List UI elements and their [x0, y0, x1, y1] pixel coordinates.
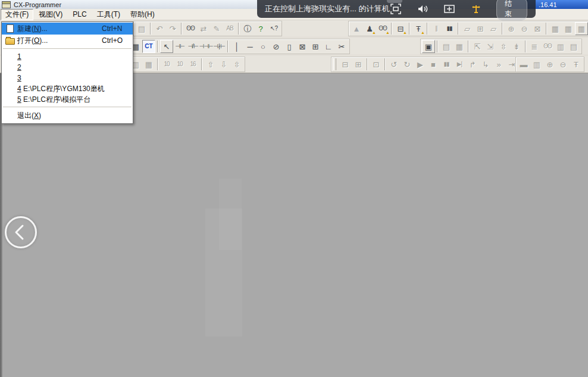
section-delete-icon[interactable]: ⇲: [484, 40, 497, 53]
delete-line-icon[interactable]: ✂: [335, 40, 348, 53]
plc-clock-icon[interactable]: ⊖: [556, 58, 570, 71]
section-insert-icon[interactable]: ⇱: [471, 40, 484, 53]
menu-tools[interactable]: 工具(T): [92, 9, 125, 20]
instruction-icon[interactable]: ▯: [283, 40, 296, 53]
menu-help[interactable]: 帮助(H): [126, 9, 159, 20]
monitor-signed-icon[interactable]: 10: [173, 58, 186, 71]
vertical-line-icon[interactable]: │: [230, 40, 243, 53]
undo-icon[interactable]: ↶: [153, 22, 166, 35]
monitor-cursor-icon[interactable]: ⊠: [531, 22, 544, 35]
monitor-online-icon[interactable]: ʘʘ▲: [376, 22, 389, 35]
contact-no-icon[interactable]: ⊣⊢: [173, 40, 186, 53]
context-help-icon[interactable]: ↖?: [267, 22, 280, 35]
toolbar-separator: [391, 23, 392, 35]
find-icon[interactable]: ʘʘ: [184, 22, 197, 35]
pause-icon[interactable]: ▮▮: [443, 22, 456, 35]
simulator-run-icon[interactable]: Ŧ▲: [412, 22, 425, 35]
menu-view[interactable]: 视图(V): [34, 9, 67, 20]
contact-or-nc-icon[interactable]: ⊣∤⊢: [212, 40, 226, 53]
about-icon[interactable]: ⓘ: [241, 22, 254, 35]
transfer-to-plc-icon[interactable]: ⊟: [339, 58, 352, 71]
redo-icon[interactable]: ↷: [166, 22, 179, 35]
control-permission-icon[interactable]: [470, 2, 483, 15]
program-edit-icon[interactable]: ▱: [487, 22, 500, 35]
instruction-diff-icon[interactable]: ⊞: [309, 40, 322, 53]
mode-monitor-icon[interactable]: ↻: [401, 58, 414, 71]
compare-with-plc-icon[interactable]: ⊡: [370, 58, 383, 71]
select-tool-icon[interactable]: ↖: [160, 40, 173, 53]
address-book-icon[interactable]: ▥: [554, 40, 567, 53]
section-move-icon[interactable]: ⇟: [510, 40, 523, 53]
step-over-icon[interactable]: ↳: [479, 58, 492, 71]
rack-selected-icon[interactable]: ▦: [575, 22, 588, 35]
transfer-from-plc-icon[interactable]: ⊞: [352, 58, 365, 71]
io-table-icon[interactable]: ▦: [549, 22, 562, 35]
end-session-button[interactable]: 结束: [496, 0, 527, 21]
change-address-icon[interactable]: ✎: [210, 22, 223, 35]
menu-item-recent-2[interactable]: 2: [2, 62, 133, 73]
fullscreen-icon[interactable]: [389, 2, 402, 15]
work-online-icon[interactable]: ▲: [350, 22, 363, 35]
pause-debug-icon[interactable]: ▮▮: [440, 58, 453, 71]
back-chevron-icon: [7, 218, 35, 247]
monitor-hex-icon[interactable]: 16: [186, 58, 199, 71]
force-on-icon[interactable]: ⇧: [204, 58, 217, 71]
menu-file[interactable]: 文件(F): [1, 9, 33, 20]
transfer-program-icon[interactable]: ▣: [422, 40, 435, 53]
plc-network-icon[interactable]: Ŧ: [570, 58, 583, 71]
back-button[interactable]: [5, 216, 37, 248]
monitor-decimal-icon[interactable]: 10: [160, 58, 173, 71]
run-icon[interactable]: ▶: [414, 58, 427, 71]
menu-item-recent-3[interactable]: 3: [2, 73, 133, 83]
section-stack-icon[interactable]: ▤: [440, 40, 453, 53]
online-edit-icon[interactable]: ⊟▲: [394, 22, 407, 35]
menu-item-recent-4[interactable]: 4 E:\PLC程序\YGM130磨机: [2, 83, 133, 94]
screen-settings-icon[interactable]: [443, 2, 456, 15]
cross-reference-icon[interactable]: ▤: [567, 40, 580, 53]
menu-item-exit[interactable]: 退出(X): [2, 110, 133, 121]
speaker-icon[interactable]: [416, 2, 429, 15]
contact-nc-icon[interactable]: ⊣/⊢: [186, 40, 199, 53]
ladder-view-icon[interactable]: CT: [142, 40, 155, 53]
toolbar-drag-handle[interactable]: [333, 58, 336, 70]
line-angle-icon[interactable]: ∟: [322, 40, 335, 53]
new-document-icon: [3, 24, 17, 33]
force-cancel-icon[interactable]: ⇳: [230, 58, 243, 71]
force-off-icon[interactable]: ⇩: [217, 58, 230, 71]
symbol-list-icon[interactable]: ≣: [528, 40, 541, 53]
grid-view-icon[interactable]: ▦: [142, 58, 155, 71]
banner-collapse-handle[interactable]: [387, 0, 402, 3]
help-icon[interactable]: ?: [254, 22, 267, 35]
coil-nc-icon[interactable]: ⊘: [270, 40, 283, 53]
coil-icon[interactable]: ○: [257, 40, 270, 53]
section-calendar-icon[interactable]: ▦: [453, 40, 466, 53]
find-replace-icon[interactable]: ⇄: [197, 22, 210, 35]
plc-memory-icon[interactable]: ▬: [517, 58, 530, 71]
work-online-simulator-icon[interactable]: ♟▲: [363, 22, 376, 35]
step-in-icon[interactable]: ↱: [466, 58, 479, 71]
continuous-step-icon[interactable]: »: [492, 58, 505, 71]
plc-io-icon[interactable]: ▥: [530, 58, 543, 71]
menu-plc[interactable]: PLC: [68, 10, 91, 19]
compile-program-icon[interactable]: ▱: [461, 22, 474, 35]
menu-item-recent-1[interactable]: 1: [2, 51, 133, 62]
program-check-icon[interactable]: ⊞: [474, 22, 487, 35]
instruction-nc-icon[interactable]: ⊠: [296, 40, 309, 53]
stop-icon[interactable]: ■: [427, 58, 440, 71]
menu-item-open[interactable]: 打开(O)... Ctrl+O: [2, 35, 133, 46]
monitor-data-icon[interactable]: ⊕: [505, 22, 518, 35]
contact-or-no-icon[interactable]: ⊣⊣⊢: [199, 40, 212, 53]
rack-view-icon[interactable]: ▦: [562, 22, 575, 35]
menu-item-new[interactable]: 新建(N)... Ctrl+N: [2, 23, 133, 35]
watch-window-icon[interactable]: ʘʘ: [541, 40, 554, 53]
horizontal-line-icon[interactable]: ─: [243, 40, 257, 53]
pause-monitor-icon[interactable]: ∥: [430, 22, 443, 35]
mode-program-icon[interactable]: ↺: [387, 58, 401, 71]
step-run-icon[interactable]: ▶|: [453, 58, 466, 71]
find-address-icon[interactable]: AB: [223, 22, 236, 35]
print-icon[interactable]: ▤: [135, 22, 148, 35]
monitor-time-icon[interactable]: ⊖: [518, 22, 531, 35]
plc-settings-icon[interactable]: ⊕: [543, 58, 556, 71]
section-check-icon[interactable]: ⇳: [497, 40, 510, 53]
menu-item-recent-5[interactable]: 5 E:\PLC程序\模拟平台: [2, 94, 133, 105]
